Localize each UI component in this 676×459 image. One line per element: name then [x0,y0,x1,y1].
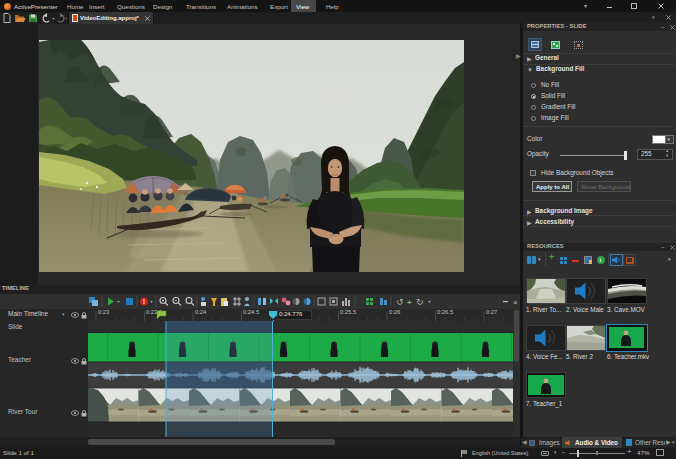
svg-text:↻: ↻ [416,297,424,307]
svg-text:×: × [513,298,518,307]
svg-text:+: + [407,298,412,307]
svg-text:↺: ↺ [396,297,404,307]
svg-text:!: ! [143,298,145,305]
